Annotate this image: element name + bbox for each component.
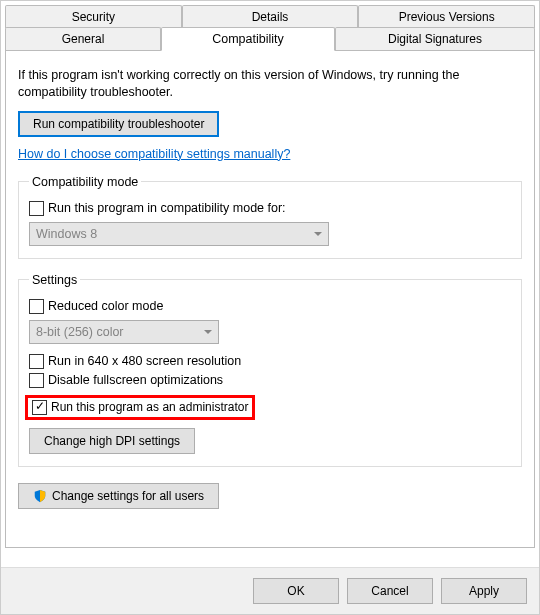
color-mode-selected: 8-bit (256) color	[36, 325, 124, 339]
compat-mode-selected: Windows 8	[36, 227, 97, 241]
tab-previous-versions[interactable]: Previous Versions	[358, 5, 535, 28]
reduced-color-checkbox[interactable]	[29, 299, 44, 314]
compat-mode-label: Run this program in compatibility mode f…	[48, 201, 286, 215]
reduced-color-label: Reduced color mode	[48, 299, 163, 313]
disable-fullscreen-checkbox[interactable]	[29, 373, 44, 388]
compat-mode-checkbox[interactable]	[29, 201, 44, 216]
color-mode-dropdown[interactable]: 8-bit (256) color	[29, 320, 219, 344]
tab-general[interactable]: General	[5, 27, 161, 51]
tab-digital-signatures[interactable]: Digital Signatures	[335, 27, 535, 51]
tab-compatibility[interactable]: Compatibility	[161, 27, 335, 51]
tab-strip: Security Details Previous Versions Gener…	[5, 5, 535, 51]
tab-security[interactable]: Security	[5, 5, 182, 28]
run-as-admin-highlight: Run this program as an administrator	[25, 395, 255, 420]
ok-button[interactable]: OK	[253, 578, 339, 604]
change-all-users-label: Change settings for all users	[52, 489, 204, 503]
run-troubleshooter-button[interactable]: Run compatibility troubleshooter	[18, 111, 219, 137]
settings-group: Settings Reduced color mode 8-bit (256) …	[18, 273, 522, 467]
res-640-label: Run in 640 x 480 screen resolution	[48, 354, 241, 368]
compatibility-mode-group: Compatibility mode Run this program in c…	[18, 175, 522, 259]
properties-dialog: Security Details Previous Versions Gener…	[0, 0, 540, 615]
compatibility-mode-legend: Compatibility mode	[29, 175, 141, 189]
run-as-admin-checkbox[interactable]	[32, 400, 47, 415]
intro-text: If this program isn't working correctly …	[18, 67, 522, 101]
chevron-down-icon	[204, 330, 212, 334]
manual-settings-link[interactable]: How do I choose compatibility settings m…	[18, 147, 290, 161]
shield-icon	[33, 489, 47, 503]
run-as-admin-label: Run this program as an administrator	[51, 400, 248, 414]
cancel-button[interactable]: Cancel	[347, 578, 433, 604]
settings-legend: Settings	[29, 273, 80, 287]
res-640-checkbox[interactable]	[29, 354, 44, 369]
chevron-down-icon	[314, 232, 322, 236]
change-dpi-button[interactable]: Change high DPI settings	[29, 428, 195, 454]
disable-fullscreen-label: Disable fullscreen optimizations	[48, 373, 223, 387]
apply-button[interactable]: Apply	[441, 578, 527, 604]
compatibility-panel: If this program isn't working correctly …	[5, 50, 535, 548]
change-all-users-button[interactable]: Change settings for all users	[18, 483, 219, 509]
dialog-footer: OK Cancel Apply	[1, 567, 539, 614]
tab-details[interactable]: Details	[182, 5, 359, 28]
compat-mode-dropdown[interactable]: Windows 8	[29, 222, 329, 246]
